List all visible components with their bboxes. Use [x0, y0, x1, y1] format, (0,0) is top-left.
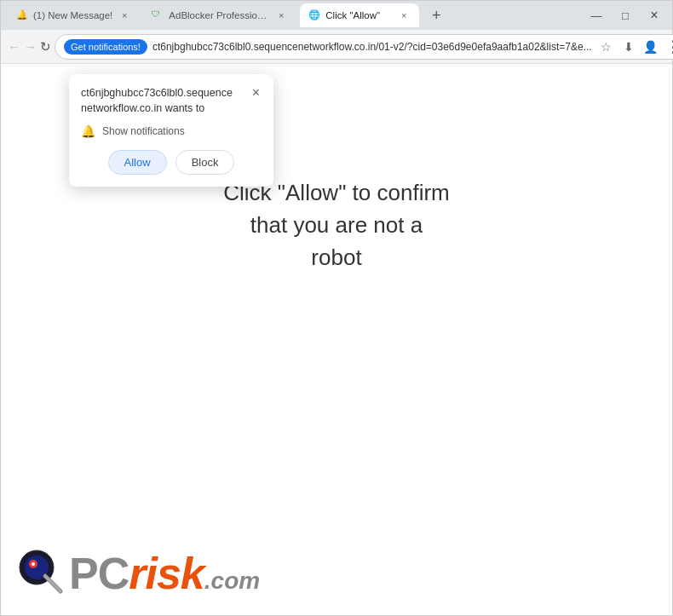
- logo-risk-text: risk: [129, 551, 204, 596]
- notification-popup: ct6njbghubcc73c6lbl0.sequence networkflo…: [69, 74, 273, 187]
- block-button[interactable]: Block: [175, 150, 235, 175]
- logo-pc-text: PC: [69, 551, 129, 596]
- tab-adblocker[interactable]: 🛡 AdBlocker Professional ×: [143, 3, 296, 27]
- allow-button[interactable]: Allow: [108, 150, 167, 175]
- bell-icon: 🔔: [81, 124, 95, 138]
- url-display: ct6njbghubcc73c6lbl0.sequencenetworkflow…: [152, 41, 592, 53]
- tab-favicon-bell: 🔔: [16, 9, 28, 21]
- page-content: ct6njbghubcc73c6lbl0.sequence networkflo…: [1, 64, 672, 615]
- svg-line-5: [45, 576, 60, 591]
- message-line3: robot: [311, 245, 361, 270]
- tab-label-adblocker: AdBlocker Professional: [169, 10, 269, 20]
- tab-click-allow[interactable]: 🌐 Click "Allow" ×: [300, 3, 419, 27]
- address-icons: ☆ ⬇ 👤 ⋮: [597, 37, 673, 56]
- tab-close-adblocker[interactable]: ×: [274, 9, 288, 22]
- get-notifications-badge[interactable]: Get notifications!: [64, 39, 147, 55]
- minimize-button[interactable]: —: [585, 4, 607, 26]
- new-tab-button[interactable]: +: [424, 3, 448, 27]
- popup-site-name: ct6njbghubcc73c6lbl0.sequence networkflo…: [81, 86, 233, 116]
- title-bar: 🔔 (1) New Message! × 🛡 AdBlocker Profess…: [1, 1, 672, 30]
- tab-new-message[interactable]: 🔔 (1) New Message! ×: [8, 3, 140, 27]
- popup-notification-row: 🔔 Show notifications: [81, 124, 262, 138]
- tab-favicon-page: 🌐: [308, 9, 320, 21]
- window-controls: — □ ×: [585, 4, 665, 26]
- reload-button[interactable]: ↻: [40, 34, 51, 60]
- maximize-button[interactable]: □: [614, 4, 636, 26]
- svg-point-3: [32, 562, 35, 566]
- forward-button[interactable]: →: [24, 34, 37, 60]
- nav-bar: ← → ↻ Get notifications! ct6njbghubcc73c…: [1, 30, 672, 64]
- popup-close-button[interactable]: ×: [250, 86, 262, 100]
- logo-com-text: .com: [204, 569, 260, 593]
- tab-close-click-allow[interactable]: ×: [397, 9, 411, 22]
- bookmark-icon[interactable]: ☆: [597, 37, 616, 56]
- tab-label-new-message: (1) New Message!: [33, 10, 112, 20]
- message-line2: that you are not a: [250, 212, 423, 238]
- logo-text-group: PC risk .com: [69, 551, 260, 596]
- popup-buttons: Allow Block: [81, 150, 262, 175]
- main-message: Click "Allow" to confirm that you are no…: [223, 177, 450, 273]
- show-notifications-label: Show notifications: [102, 125, 185, 137]
- account-icon[interactable]: 👤: [641, 37, 660, 56]
- download-icon[interactable]: ⬇: [619, 37, 638, 56]
- popup-header: ct6njbghubcc73c6lbl0.sequence networkflo…: [81, 86, 262, 116]
- back-button[interactable]: ←: [8, 34, 20, 60]
- logo-icon: [16, 547, 69, 600]
- menu-icon[interactable]: ⋮: [664, 37, 673, 56]
- tab-favicon-shield: 🛡: [152, 9, 164, 21]
- close-button[interactable]: ×: [643, 4, 665, 26]
- tab-label-click-allow: Click "Allow": [325, 10, 392, 20]
- browser-window: 🔔 (1) New Message! × 🛡 AdBlocker Profess…: [0, 0, 673, 616]
- tab-close-new-message[interactable]: ×: [118, 9, 131, 22]
- address-bar: Get notifications! ct6njbghubcc73c6lbl0.…: [55, 34, 673, 60]
- footer-logo: PC risk .com: [16, 547, 260, 600]
